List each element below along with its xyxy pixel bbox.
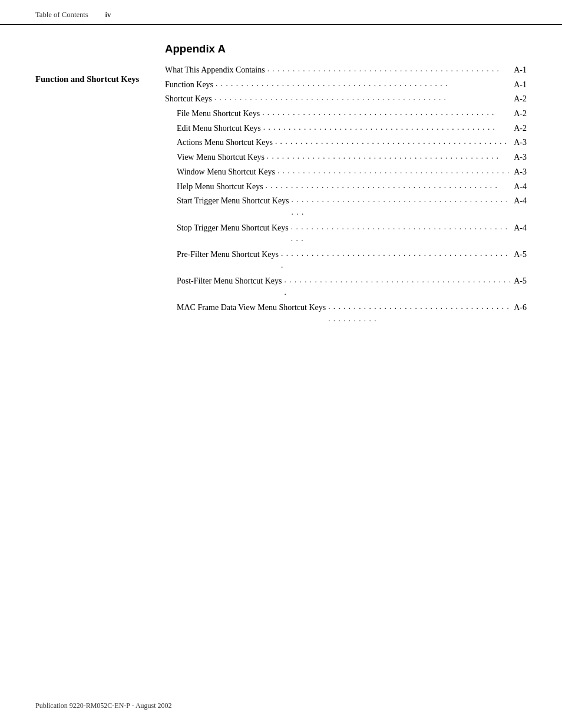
toc-dots: . . . . . . . . . . . . . . . . . . . . … bbox=[328, 301, 511, 325]
left-column: Function and Shortcut Keys bbox=[35, 42, 165, 328]
toc-entry: Function Keys. . . . . . . . . . . . . .… bbox=[165, 78, 527, 91]
main-content: Function and Shortcut Keys Appendix A Wh… bbox=[0, 25, 562, 364]
toc-label: Window Menu Shortcut Keys bbox=[177, 166, 275, 179]
toc-dots: . . . . . . . . . . . . . . . . . . . . … bbox=[281, 248, 511, 272]
toc-entry: Edit Menu Shortcut Keys. . . . . . . . .… bbox=[165, 122, 527, 135]
header-page-number: iv bbox=[105, 11, 111, 19]
toc-entry: What This Appendix Contains. . . . . . .… bbox=[165, 64, 527, 77]
toc-page: A-2 bbox=[514, 93, 527, 106]
toc-dots: . . . . . . . . . . . . . . . . . . . . … bbox=[285, 274, 512, 298]
toc-label: Start Trigger Menu Shortcut Keys bbox=[177, 195, 289, 207]
appendix-heading: Appendix A bbox=[165, 42, 527, 55]
toc-page: A-1 bbox=[514, 78, 527, 91]
toc-label: Edit Menu Shortcut Keys bbox=[177, 122, 261, 135]
toc-entry: Window Menu Shortcut Keys. . . . . . . .… bbox=[165, 166, 527, 179]
section-title: Function and Shortcut Keys bbox=[35, 73, 165, 85]
toc-label: MAC Frame Data View Menu Shortcut Keys bbox=[177, 301, 326, 314]
toc-dots: . . . . . . . . . . . . . . . . . . . . … bbox=[216, 78, 511, 90]
toc-dots: . . . . . . . . . . . . . . . . . . . . … bbox=[267, 150, 511, 163]
toc-dots: . . . . . . . . . . . . . . . . . . . . … bbox=[214, 92, 512, 104]
toc-dots: . . . . . . . . . . . . . . . . . . . . … bbox=[266, 180, 512, 192]
header-section-label: Table of Contents bbox=[35, 11, 88, 19]
toc-label: What This Appendix Contains bbox=[165, 64, 265, 77]
toc-entry: Pre-Filter Menu Shortcut Keys. . . . . .… bbox=[165, 248, 527, 273]
toc-page: A-3 bbox=[514, 136, 527, 149]
toc-entry: Post-Filter Menu Shortcut Keys. . . . . … bbox=[165, 275, 527, 299]
toc-label: View Menu Shortcut Keys bbox=[177, 151, 265, 164]
toc-dots: . . . . . . . . . . . . . . . . . . . . … bbox=[292, 194, 512, 218]
toc-dots: . . . . . . . . . . . . . . . . . . . . … bbox=[262, 107, 511, 119]
toc-page: A-4 bbox=[514, 195, 527, 207]
toc-label: Shortcut Keys bbox=[165, 93, 212, 106]
toc-entry: Actions Menu Shortcut Keys. . . . . . . … bbox=[165, 136, 527, 149]
toc-dots: . . . . . . . . . . . . . . . . . . . . … bbox=[277, 165, 511, 177]
toc-label: Actions Menu Shortcut Keys bbox=[177, 136, 273, 149]
toc-entry: MAC Frame Data View Menu Shortcut Keys. … bbox=[165, 301, 527, 326]
toc-dots: . . . . . . . . . . . . . . . . . . . . … bbox=[267, 63, 512, 75]
page-header: Table of Contents iv bbox=[0, 0, 562, 25]
toc-label: File Menu Shortcut Keys bbox=[177, 107, 260, 120]
toc-label: Pre-Filter Menu Shortcut Keys bbox=[177, 248, 279, 261]
toc-container: What This Appendix Contains. . . . . . .… bbox=[165, 64, 527, 327]
toc-label: Stop Trigger Menu Shortcut Keys bbox=[177, 222, 289, 235]
toc-entry: Stop Trigger Menu Shortcut Keys. . . . .… bbox=[165, 222, 527, 246]
right-column: Appendix A What This Appendix Contains. … bbox=[165, 42, 527, 328]
footer-text: Publication 9220-RM052C-EN-P - August 20… bbox=[35, 701, 172, 710]
page-footer: Publication 9220-RM052C-EN-P - August 20… bbox=[35, 701, 527, 710]
toc-page: A-6 bbox=[514, 301, 527, 314]
toc-page: A-5 bbox=[514, 275, 527, 288]
toc-page: A-1 bbox=[514, 64, 527, 77]
toc-label: Help Menu Shortcut Keys bbox=[177, 180, 263, 193]
page: Table of Contents iv Function and Shortc… bbox=[0, 0, 562, 728]
toc-page: A-4 bbox=[514, 180, 527, 193]
toc-page: A-5 bbox=[514, 248, 527, 261]
toc-dots: . . . . . . . . . . . . . . . . . . . . … bbox=[291, 221, 511, 245]
toc-entry: View Menu Shortcut Keys. . . . . . . . .… bbox=[165, 151, 527, 164]
toc-page: A-4 bbox=[514, 222, 527, 235]
toc-page: A-3 bbox=[514, 151, 527, 164]
toc-label: Function Keys bbox=[165, 78, 213, 91]
toc-entry: Start Trigger Menu Shortcut Keys. . . . … bbox=[165, 195, 527, 219]
toc-page: A-2 bbox=[514, 122, 527, 135]
toc-label: Post-Filter Menu Shortcut Keys bbox=[177, 275, 282, 288]
toc-entry: Help Menu Shortcut Keys. . . . . . . . .… bbox=[165, 180, 527, 193]
header-separator bbox=[93, 11, 101, 19]
toc-page: A-3 bbox=[514, 166, 527, 179]
toc-dots: . . . . . . . . . . . . . . . . . . . . … bbox=[275, 136, 511, 148]
toc-dots: . . . . . . . . . . . . . . . . . . . . … bbox=[263, 121, 512, 134]
toc-entry: Shortcut Keys. . . . . . . . . . . . . .… bbox=[165, 93, 527, 106]
toc-page: A-2 bbox=[514, 107, 527, 120]
toc-entry: File Menu Shortcut Keys. . . . . . . . .… bbox=[165, 107, 527, 120]
